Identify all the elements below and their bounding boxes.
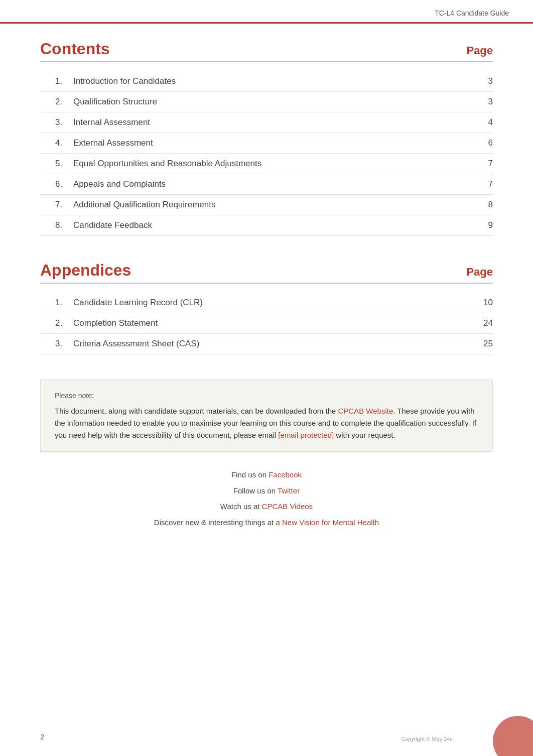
toc-number: 2. (55, 97, 67, 107)
toc-item: 8. Candidate Feedback 9 (40, 215, 493, 236)
toc-number: 5. (55, 159, 67, 169)
watermark-text: Copyright © May 24c (401, 736, 453, 742)
toc-label: Equal Opportunities and Reasonable Adjus… (73, 159, 261, 169)
note-text-part3: with your request. (334, 431, 395, 439)
toc-number: 4. (55, 138, 67, 148)
toc-number: 3. (55, 117, 67, 128)
toc-number: 6. (55, 179, 67, 189)
contents-heading: Contents (40, 40, 110, 58)
toc-item: 4. External Assessment 6 (40, 133, 493, 154)
contents-page-label: Page (466, 44, 493, 57)
new-vision-link[interactable]: a New Vision for Mental Health (276, 518, 379, 527)
toc-label: External Assessment (73, 138, 153, 148)
main-content: Contents Page 1. Introduction for Candid… (0, 24, 533, 560)
toc-page: 4 (478, 117, 493, 128)
appendix-number: 1. (55, 298, 67, 308)
find-us-line: Find us on Facebook (40, 467, 493, 483)
page-number: 2 (40, 732, 44, 741)
appendices-section: Appendices Page 1. Candidate Learning Re… (40, 261, 493, 354)
toc-label: Qualification Structure (73, 97, 157, 107)
toc-page: 9 (478, 220, 493, 230)
appendix-page: 25 (478, 339, 493, 349)
appendices-list: 1. Candidate Learning Record (CLR) 10 2.… (40, 293, 493, 354)
toc-label: Candidate Feedback (73, 220, 152, 230)
appendix-item: 3. Criteria Assessment Sheet (CAS) 25 (40, 334, 493, 354)
toc-item: 6. Appeals and Complaints 7 (40, 174, 493, 195)
toc-page: 6 (478, 138, 493, 148)
note-label: Please note: (55, 390, 478, 401)
social-links-section: Find us on Facebook Follow us on Twitter… (40, 467, 493, 530)
contents-list: 1. Introduction for Candidates 3 2. Qual… (40, 71, 493, 236)
follow-us-line: Follow us on Twitter (40, 483, 493, 499)
toc-number: 8. (55, 220, 67, 230)
cpcab-videos-link[interactable]: CPCAB Videos (262, 502, 313, 511)
toc-label: Internal Assessment (73, 117, 150, 128)
toc-number: 7. (55, 200, 67, 210)
appendix-page: 10 (478, 298, 493, 308)
appendix-label: Criteria Assessment Sheet (CAS) (73, 339, 199, 349)
appendix-item: 2. Completion Statement 24 (40, 313, 493, 334)
toc-item: 3. Internal Assessment 4 (40, 112, 493, 133)
toc-item: 1. Introduction for Candidates 3 (40, 71, 493, 92)
toc-item: 5. Equal Opportunities and Reasonable Ad… (40, 154, 493, 174)
appendix-item: 1. Candidate Learning Record (CLR) 10 (40, 293, 493, 313)
page-header: TC-L4 Candidate Guide (0, 0, 533, 24)
contents-heading-row: Contents Page (40, 40, 493, 62)
follow-us-text: Follow us on (233, 486, 278, 495)
decoration-circle (493, 716, 533, 756)
note-text-part1: This document, along with candidate supp… (55, 407, 338, 415)
cpcab-website-link[interactable]: CPCAB Website (338, 407, 393, 415)
twitter-link[interactable]: Twitter (278, 486, 300, 495)
appendix-page: 24 (478, 318, 493, 328)
toc-item: 7. Additional Qualification Requirements… (40, 195, 493, 215)
appendix-label: Candidate Learning Record (CLR) (73, 298, 203, 308)
appendix-number: 3. (55, 339, 67, 349)
toc-page: 7 (478, 159, 493, 169)
page: TC-L4 Candidate Guide Contents Page 1. I… (0, 0, 533, 756)
watch-us-text: Watch us at (220, 502, 262, 511)
toc-page: 3 (478, 97, 493, 107)
appendices-page-label: Page (466, 266, 493, 279)
appendices-heading-row: Appendices Page (40, 261, 493, 284)
appendix-label: Completion Statement (73, 318, 158, 328)
discover-line: Discover new & interesting things at a N… (40, 515, 493, 531)
toc-page: 3 (478, 76, 493, 86)
note-box: Please note: This document, along with c… (40, 380, 493, 452)
appendices-heading: Appendices (40, 261, 131, 280)
find-us-text: Find us on (231, 470, 269, 479)
toc-label: Additional Qualification Requirements (73, 200, 216, 210)
facebook-link[interactable]: Facebook (269, 470, 302, 479)
discover-text: Discover new & interesting things at (154, 518, 276, 527)
bottom-decoration (473, 716, 533, 756)
toc-number: 1. (55, 76, 67, 86)
email-link[interactable]: [email protected] (278, 431, 334, 439)
header-title: TC-L4 Candidate Guide (435, 9, 509, 17)
appendix-number: 2. (55, 318, 67, 328)
watch-us-line: Watch us at CPCAB Videos (40, 498, 493, 515)
toc-page: 8 (478, 200, 493, 210)
toc-page: 7 (478, 179, 493, 189)
toc-label: Introduction for Candidates (73, 76, 176, 86)
toc-item: 2. Qualification Structure 3 (40, 92, 493, 112)
toc-label: Appeals and Complaints (73, 179, 166, 189)
note-text: This document, along with candidate supp… (55, 405, 478, 441)
